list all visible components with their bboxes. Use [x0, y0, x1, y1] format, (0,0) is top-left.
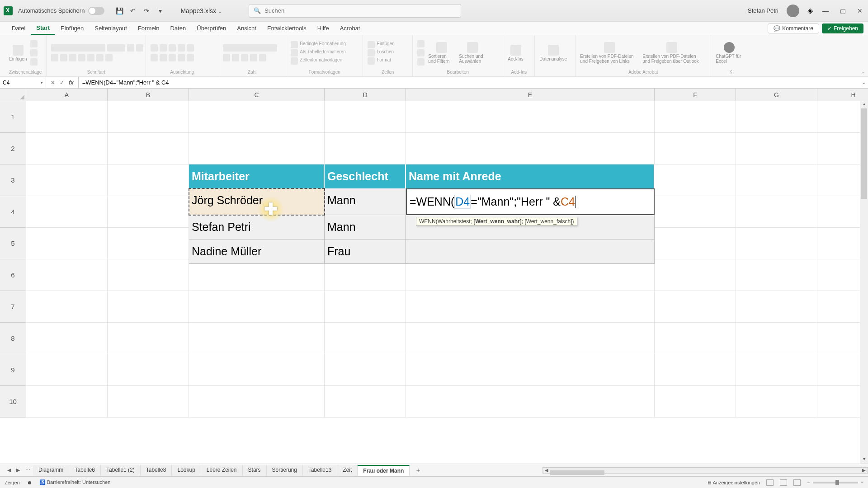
cell[interactable] [325, 101, 406, 133]
delete-cells-button[interactable]: Löschen [377, 49, 394, 56]
cell[interactable] [108, 133, 189, 164]
view-break-icon[interactable] [793, 479, 801, 486]
col-header-B[interactable]: B [108, 89, 189, 101]
accept-edit-icon[interactable]: ✓ [60, 80, 64, 86]
copy-icon[interactable] [30, 49, 38, 56]
zoom-slider[interactable] [813, 482, 858, 483]
share-button[interactable]: ✓ Freigeben [822, 23, 863, 33]
sheet-tab-lookup[interactable]: Lookup [172, 465, 201, 476]
row-header-9[interactable]: 9 [0, 354, 26, 386]
name-box[interactable]: C4▾ [0, 77, 46, 88]
ribbon-collapse-icon[interactable]: ⌄ [861, 69, 865, 75]
accessibility-status[interactable]: ♿ Barrierefreiheit: Untersuchen [39, 479, 111, 485]
view-normal-icon[interactable] [766, 479, 774, 486]
cell[interactable] [406, 386, 655, 418]
sheet-tab-leere-zeilen[interactable]: Leere Zeilen [201, 465, 243, 476]
format-painter-icon[interactable] [30, 58, 38, 66]
cell[interactable] [108, 354, 189, 386]
scroll-thumb[interactable] [861, 108, 867, 199]
cell[interactable] [655, 133, 736, 164]
cell[interactable] [736, 228, 817, 259]
cell[interactable] [406, 133, 655, 164]
cell[interactable] [108, 386, 189, 418]
sheet-tab-stars[interactable]: Stars [243, 465, 267, 476]
minimize-button[interactable]: — [821, 6, 830, 15]
cell[interactable] [736, 101, 817, 133]
cell[interactable] [189, 354, 325, 386]
cell[interactable] [189, 386, 325, 418]
cell[interactable] [108, 196, 189, 228]
cell-c5[interactable]: Stefan Petri [189, 215, 325, 239]
cell[interactable] [736, 291, 817, 323]
row-header-3[interactable]: 3 [0, 164, 26, 196]
cell[interactable] [189, 101, 325, 133]
row-header-4[interactable]: 4 [0, 196, 26, 228]
sheet-tab-tabelle6[interactable]: Tabelle6 [69, 465, 101, 476]
tab-hilfe[interactable]: Hilfe [312, 22, 335, 35]
cell[interactable] [26, 164, 108, 196]
col-header-H[interactable]: H [817, 89, 868, 101]
tab-entwicklertools[interactable]: Entwicklertools [262, 22, 312, 35]
cell[interactable] [406, 323, 655, 354]
column-headers[interactable]: ABCDEFGH [26, 89, 868, 101]
cell[interactable] [108, 323, 189, 354]
cancel-edit-icon[interactable]: ✕ [51, 80, 55, 86]
macro-record-icon[interactable]: ⏺ [27, 480, 32, 485]
sheet-tab-zeit[interactable]: Zeit [337, 465, 358, 476]
cell[interactable] [736, 354, 817, 386]
cell[interactable] [655, 291, 736, 323]
cell[interactable] [26, 101, 108, 133]
cell[interactable] [26, 196, 108, 228]
cell[interactable] [655, 386, 736, 418]
row-header-8[interactable]: 8 [0, 323, 26, 354]
tab-einfuegen[interactable]: Einfügen [55, 22, 89, 35]
cell[interactable] [655, 323, 736, 354]
cell[interactable] [406, 291, 655, 323]
avatar[interactable] [787, 5, 799, 17]
format-as-table-button[interactable]: Als Tabelle formatieren [300, 49, 346, 56]
data-analysis-button[interactable]: Datenanalyse [539, 45, 567, 61]
cell[interactable] [108, 259, 189, 291]
scroll-down-icon[interactable]: ▾ [860, 456, 868, 464]
sort-filter-button[interactable]: Sortieren und Filtern [428, 42, 455, 64]
row-headers[interactable]: 12345678910 [0, 101, 26, 418]
tab-datei[interactable]: Datei [6, 22, 31, 35]
row-header-6[interactable]: 6 [0, 259, 26, 291]
cell[interactable] [736, 164, 817, 196]
vertical-scrollbar[interactable]: ▴ ▾ [860, 101, 868, 464]
cell[interactable] [736, 259, 817, 291]
cell[interactable] [26, 228, 108, 259]
close-button[interactable]: ✕ [855, 6, 864, 15]
sheet-tab-tabelle1-2-[interactable]: Tabelle1 (2) [101, 465, 141, 476]
sheet-tab-diagramm[interactable]: Diagramm [33, 465, 69, 476]
cell[interactable] [108, 228, 189, 259]
select-all-corner[interactable] [0, 89, 26, 101]
cell[interactable] [189, 133, 325, 164]
col-header-A[interactable]: A [26, 89, 108, 101]
horizontal-scrollbar[interactable]: ◀ ▶ [542, 467, 868, 474]
cell[interactable] [108, 101, 189, 133]
view-layout-icon[interactable] [780, 479, 787, 486]
cell[interactable] [189, 323, 325, 354]
cell[interactable] [189, 259, 325, 291]
search-input[interactable] [264, 7, 456, 14]
row-header-1[interactable]: 1 [0, 101, 26, 133]
cell-d5[interactable]: Mann [325, 215, 406, 239]
cell-e6[interactable] [406, 239, 655, 264]
cell[interactable] [108, 291, 189, 323]
file-name[interactable]: Mappe3.xlsx⌄ [180, 7, 222, 14]
row-header-7[interactable]: 7 [0, 291, 26, 323]
hscroll-left-icon[interactable]: ◀ [543, 468, 550, 473]
col-header-E[interactable]: E [406, 89, 655, 101]
cell[interactable] [406, 259, 655, 291]
autosave-toggle[interactable] [88, 7, 104, 15]
conditional-format-button[interactable]: Bedingte Formatierung [300, 41, 346, 48]
insert-cells-button[interactable]: Einfügen [377, 41, 394, 48]
qat-dropdown-icon[interactable]: ▾ [156, 7, 164, 15]
cell-styles-button[interactable]: Zellenformatvorlagen [300, 57, 342, 65]
cell[interactable] [325, 323, 406, 354]
cell[interactable] [325, 291, 406, 323]
sheet-tab-frau-oder-mann[interactable]: Frau oder Mann [358, 465, 410, 476]
cell[interactable] [406, 101, 655, 133]
tab-ansicht[interactable]: Ansicht [231, 22, 262, 35]
